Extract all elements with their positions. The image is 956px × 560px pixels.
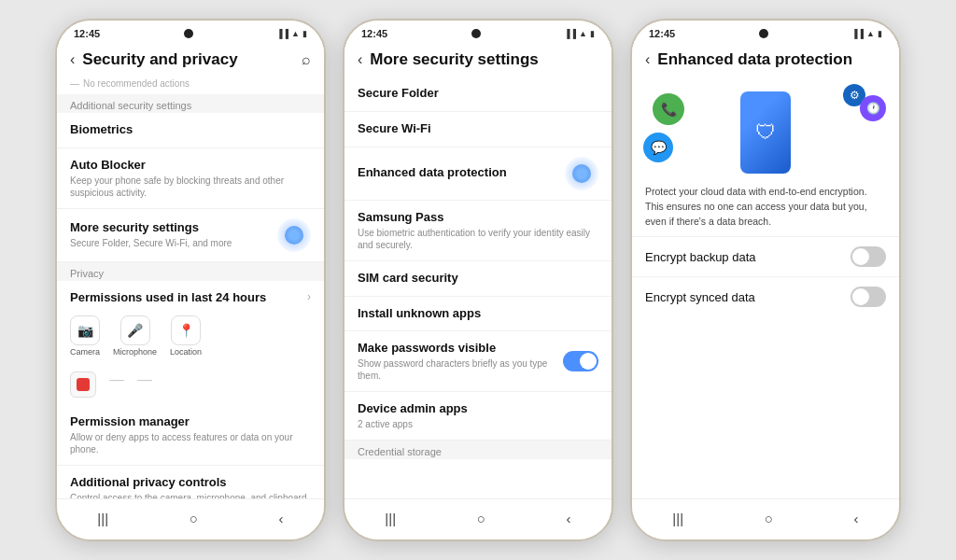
toggle-knob	[580, 353, 597, 370]
phone-1-notch	[184, 29, 193, 38]
permission-manager-item[interactable]: Permission manager Allow or deny apps to…	[57, 405, 324, 466]
phone-1-screen: ‹ Security and privacy ⌕ — No recommende…	[57, 41, 324, 498]
battery-icon: ▮	[590, 29, 595, 38]
more-security-title: More security settings	[70, 220, 277, 236]
sim-security-item[interactable]: SIM card security	[344, 261, 612, 297]
encrypt-synced-label: Encrypt synced data	[645, 290, 755, 304]
phone-2-status-bar: 12:45 ▐▐ ▲ ▮	[344, 21, 612, 41]
auto-blocker-sub: Keep your phone safe by blocking threats…	[70, 175, 311, 199]
perm-icons-row: 📷 Camera 🎤 Microphone 📍 Location	[57, 308, 324, 364]
perm-manager-title: Permission manager	[70, 414, 311, 430]
phone-1: 12:45 ▐▐ ▲ ▮ ‹ Security and privacy ⌕ — …	[55, 19, 326, 541]
nav-home-button[interactable]: ○	[178, 507, 209, 530]
add-privacy-title: Additional privacy controls	[70, 475, 311, 491]
nav-lines-button[interactable]: |||	[661, 507, 695, 530]
enhanced-protection-item[interactable]: Enhanced data protection	[344, 147, 612, 201]
toggle-indicator	[285, 226, 303, 245]
sim-security-title: SIM card security	[358, 271, 598, 287]
passwords-visible-item[interactable]: Make passwords visible Show password cha…	[344, 331, 612, 392]
device-admin-title: Device admin apps	[358, 401, 598, 417]
phone-3-status-icons: ▐▐ ▲ ▮	[851, 29, 882, 38]
more-security-item[interactable]: More security settings Secure Folder, Se…	[57, 209, 324, 262]
perm-camera-item: 📷 Camera	[70, 315, 100, 357]
search-icon[interactable]: ⌕	[302, 51, 311, 68]
perm-dash-2: —	[137, 371, 152, 398]
chat-bubble: 💬	[643, 133, 673, 162]
nav-home-button[interactable]: ○	[466, 507, 497, 530]
illustration-area: 📞 ⚙ 🛡 🕐 💬	[632, 77, 899, 181]
secure-folder-title: Secure Folder	[358, 86, 598, 102]
phone-2: 12:45 ▐▐ ▲ ▮ ‹ More security settings Se…	[343, 19, 613, 541]
camera-icon: 📷	[70, 315, 100, 345]
passwords-visible-title: Make passwords visible	[358, 341, 563, 357]
description-text: Protect your cloud data with end-to-end …	[632, 181, 899, 236]
perm-title: Permissions used in last 24 hours	[70, 290, 266, 304]
toggle-knob	[852, 248, 869, 265]
additional-privacy-item[interactable]: Additional privacy controls Control acce…	[57, 466, 324, 498]
no-rec-label: — No recommended actions	[57, 77, 324, 94]
enhanced-protection-title: Enhanced data protection	[358, 165, 565, 181]
location-icon: 📍	[171, 315, 201, 345]
phone-1-bottom-nav: ||| ○ ‹	[57, 498, 324, 539]
phone-2-notch	[471, 29, 481, 38]
samsung-pass-sub: Use biometric authentication to verify y…	[358, 227, 598, 251]
phone-3: 12:45 ▐▐ ▲ ▮ ‹ Enhanced data protection …	[630, 19, 901, 541]
mic-label: Microphone	[113, 347, 157, 357]
clock-bubble: 🕐	[860, 95, 886, 121]
phone-3-time: 12:45	[649, 28, 675, 39]
nav-back-button[interactable]: ‹	[555, 507, 583, 530]
perm-dash-1: —	[109, 371, 124, 398]
install-unknown-item[interactable]: Install unknown apps	[344, 297, 612, 332]
permissions-header[interactable]: Permissions used in last 24 hours ›	[57, 281, 324, 308]
perm-count-red	[70, 371, 96, 398]
perm-manager-sub: Allow or deny apps to access features or…	[70, 431, 311, 455]
more-security-sub: Secure Folder, Secure Wi-Fi, and more	[70, 237, 277, 249]
encrypt-backup-toggle[interactable]	[851, 246, 886, 267]
red-dot	[77, 378, 90, 391]
battery-icon: ▮	[302, 29, 307, 38]
device-admin-item[interactable]: Device admin apps 2 active apps	[344, 392, 612, 441]
credential-storage-section: Credential storage	[344, 441, 612, 459]
phone-icon-bubble: 📞	[653, 93, 684, 125]
wifi-icon: ▲	[291, 29, 300, 38]
toggle-glow	[565, 157, 598, 190]
shield-icon: 🛡	[755, 120, 776, 145]
phone-illustration: 🛡	[740, 91, 791, 174]
phone-2-header: ‹ More security settings	[344, 41, 612, 77]
nav-home-button[interactable]: ○	[753, 507, 784, 530]
back-button[interactable]: ‹	[358, 51, 362, 68]
auto-blocker-item[interactable]: Auto Blocker Keep your phone safe by blo…	[57, 148, 324, 209]
encrypt-backup-row[interactable]: Encrypt backup data	[632, 236, 899, 276]
encrypt-synced-toggle[interactable]	[851, 287, 886, 307]
phone-2-time: 12:45	[361, 28, 387, 39]
encrypt-synced-row[interactable]: Encrypt synced data	[632, 276, 899, 316]
biometrics-title: Biometrics	[70, 122, 311, 138]
samsung-pass-item[interactable]: Samsung Pass Use biometric authenticatio…	[344, 201, 612, 261]
wifi-icon: ▲	[579, 29, 587, 38]
encrypt-backup-label: Encrypt backup data	[645, 250, 756, 264]
phone-1-status-bar: 12:45 ▐▐ ▲ ▮	[57, 21, 324, 41]
nav-back-button[interactable]: ‹	[268, 507, 295, 530]
phone-2-screen: ‹ More security settings Secure Folder S…	[344, 41, 612, 498]
perm-counts-row: — —	[57, 364, 324, 405]
signal-icon: ▐▐	[851, 29, 864, 38]
secure-folder-item[interactable]: Secure Folder	[344, 77, 612, 112]
nav-lines-button[interactable]: |||	[86, 507, 120, 530]
page-title: Security and privacy	[82, 50, 302, 69]
passwords-toggle[interactable]	[563, 351, 598, 371]
back-button[interactable]: ‹	[645, 51, 650, 68]
phone-1-time: 12:45	[74, 28, 100, 39]
red-app-icon	[70, 371, 96, 398]
phone-3-screen: ‹ Enhanced data protection 📞 ⚙ 🛡 🕐 💬 Pro…	[632, 41, 899, 498]
nav-lines-button[interactable]: |||	[373, 507, 407, 530]
battery-icon: ▮	[878, 29, 882, 38]
samsung-pass-title: Samsung Pass	[358, 210, 598, 226]
secure-wifi-item[interactable]: Secure Wi-Fi	[344, 112, 612, 147]
phone-2-bottom-nav: ||| ○ ‹	[344, 498, 612, 539]
biometrics-item[interactable]: Biometrics	[57, 113, 324, 148]
install-unknown-title: Install unknown apps	[358, 306, 598, 322]
back-button[interactable]: ‹	[70, 51, 75, 68]
nav-back-button[interactable]: ‹	[843, 507, 870, 530]
toggle-glow	[277, 218, 311, 252]
add-privacy-sub: Control access to the camera, microphone…	[70, 492, 311, 498]
